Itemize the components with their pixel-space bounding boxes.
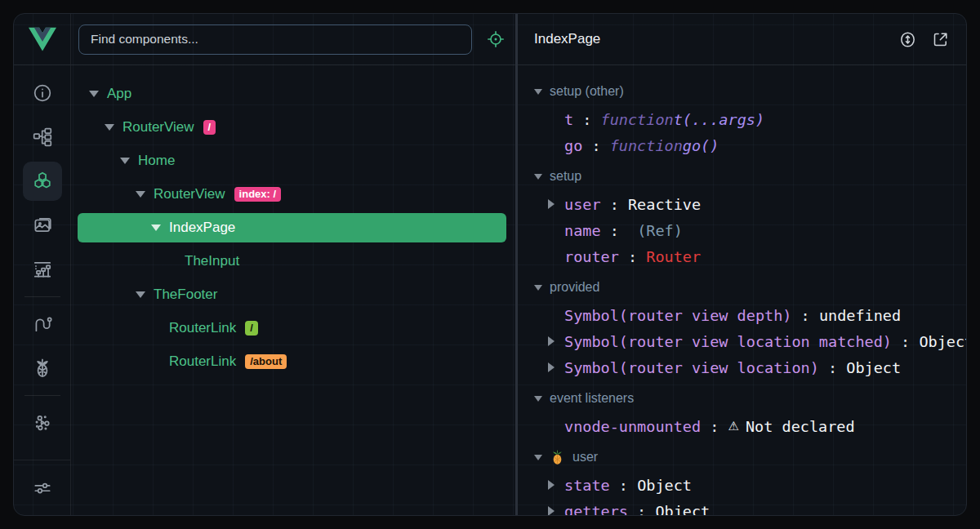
section-header[interactable]: setup (other) — [534, 77, 966, 106]
state-item-symbol-router-view-depth-[interactable]: Symbol(router view depth) : undefined — [534, 302, 966, 328]
state-section-event-listeners: event listenersvnode-unmounted : ⚠Not de… — [534, 384, 966, 439]
state-item-user[interactable]: user : Reactive — [534, 191, 966, 217]
graph-icon[interactable] — [23, 403, 62, 442]
triangle-down-icon — [534, 285, 542, 291]
key-value-separator: : — [628, 503, 655, 516]
function-keyword: function — [601, 111, 674, 128]
inspector-pane: IndexPage setup (other)t : function t(..… — [518, 14, 966, 515]
key-value-separator: : — [601, 196, 628, 213]
expander-down-icon[interactable] — [89, 91, 107, 97]
state-value: Router — [646, 248, 701, 265]
state-value: undefined — [819, 307, 901, 324]
expander-down-icon[interactable] — [151, 224, 169, 231]
pinia-icon[interactable] — [23, 349, 62, 388]
pages-icon[interactable] — [23, 118, 62, 157]
tree-row-routerlink-8[interactable]: RouterLink/about — [78, 347, 506, 376]
component-tree: AppRouterView/HomeRouterViewindex: /Inde… — [71, 65, 515, 515]
state-item-go[interactable]: go : function go() — [534, 132, 966, 158]
sidebar-divider — [24, 395, 60, 396]
state-item-state[interactable]: state : Object — [534, 472, 966, 498]
router-icon[interactable] — [23, 305, 62, 344]
component-state: setup (other)t : function t(...args)go :… — [518, 65, 966, 515]
state-key: Symbol(router view location) — [564, 359, 819, 376]
state-key: name — [564, 222, 601, 239]
key-value-separator: : — [892, 333, 919, 350]
key-value-separator: : — [791, 307, 818, 324]
state-item-symbol-router-view-location-[interactable]: Symbol(router view location) : Object — [534, 354, 966, 380]
tree-row-indexpage-4[interactable]: IndexPage — [78, 213, 506, 242]
state-item-name[interactable]: name : (Ref) — [534, 217, 966, 243]
state-key: vnode-unmounted — [564, 418, 701, 435]
overview-icon[interactable] — [23, 73, 62, 113]
triangle-down-icon — [136, 191, 145, 198]
component-name: TheInput — [185, 253, 239, 269]
state-value: Reactive — [628, 196, 701, 213]
expander-down-icon[interactable] — [136, 291, 154, 298]
inspect-component-icon[interactable] — [486, 29, 506, 49]
section-header[interactable]: user — [534, 442, 966, 472]
expander-right-icon[interactable] — [548, 506, 555, 515]
component-name: App — [107, 86, 131, 102]
expander-right-icon[interactable] — [548, 199, 555, 209]
section-label: provided — [550, 280, 599, 295]
expander-right-icon[interactable] — [548, 362, 555, 372]
section-label: event listeners — [550, 391, 634, 406]
settings-icon[interactable] — [23, 469, 62, 508]
section-header[interactable]: provided — [534, 273, 966, 302]
expander-right-icon[interactable] — [548, 480, 555, 490]
vue-logo — [14, 14, 70, 65]
state-value: Not declared — [746, 418, 855, 435]
state-item-symbol-router-view-location-matched-[interactable]: Symbol(router view location matched) : O… — [534, 328, 966, 354]
route-badge: /about — [245, 354, 287, 369]
state-value: Object — [637, 477, 692, 494]
key-value-separator: : — [701, 418, 728, 435]
component-name: RouterView — [122, 119, 194, 136]
tree-row-theinput-5[interactable]: TheInput — [78, 247, 506, 276]
components-toolbar — [71, 14, 515, 65]
state-key: t — [564, 111, 573, 128]
state-item-router[interactable]: router : Router — [534, 243, 966, 269]
state-key: go — [564, 137, 582, 154]
sidebar-nav — [14, 65, 70, 445]
section-header[interactable]: event listeners — [534, 384, 966, 413]
triangle-down-icon — [151, 224, 161, 231]
tree-row-app-0[interactable]: App — [78, 79, 506, 109]
expander-down-icon[interactable] — [136, 191, 154, 198]
state-value: Object — [655, 503, 710, 516]
route-badge: index: / — [234, 187, 282, 202]
state-item-vnode-unmounted[interactable]: vnode-unmounted : ⚠Not declared — [534, 413, 966, 439]
expander-down-icon[interactable] — [105, 124, 122, 131]
triangle-down-icon — [120, 158, 130, 164]
tree-row-home-2[interactable]: Home — [78, 146, 506, 176]
section-header[interactable]: setup — [534, 162, 966, 191]
tree-row-routerview-3[interactable]: RouterViewindex: / — [78, 180, 506, 209]
timeline-icon[interactable] — [23, 250, 62, 289]
state-section-provided: providedSymbol(router view depth) : unde… — [534, 273, 966, 380]
expander-right-icon[interactable] — [548, 336, 555, 346]
triangle-down-icon — [89, 91, 99, 97]
expander-down-icon[interactable] — [120, 158, 138, 164]
settings-cell — [14, 460, 70, 515]
state-section-setup-other-: setup (other)t : function t(...args)go :… — [534, 77, 966, 158]
search-input[interactable] — [78, 24, 472, 55]
assets-icon[interactable] — [23, 206, 62, 245]
state-key: Symbol(router view location matched) — [564, 333, 892, 350]
state-section-user: userstate : Objectgetters : Object — [534, 442, 966, 515]
devtools-window: AppRouterView/HomeRouterViewindex: /Inde… — [13, 13, 967, 516]
component-name: RouterLink — [169, 320, 236, 336]
section-label: setup — [550, 169, 581, 184]
triangle-down-icon — [534, 89, 542, 95]
tree-row-routerlink-7[interactable]: RouterLink/ — [78, 313, 506, 343]
tree-row-routerview-1[interactable]: RouterView/ — [78, 113, 506, 142]
triangle-down-icon — [534, 396, 542, 402]
tree-row-thefooter-6[interactable]: TheFooter — [78, 280, 506, 309]
key-value-separator: : — [573, 111, 600, 128]
components-icon[interactable] — [23, 162, 62, 201]
open-in-editor-icon[interactable] — [931, 30, 950, 49]
state-item-getters[interactable]: getters : Object — [534, 498, 966, 515]
scroll-to-component-icon[interactable] — [898, 30, 917, 49]
state-item-t[interactable]: t : function t(...args) — [534, 106, 966, 132]
warning-icon: ⚠ — [728, 419, 739, 433]
state-value: Object — [846, 359, 901, 376]
state-key: router — [564, 248, 619, 265]
